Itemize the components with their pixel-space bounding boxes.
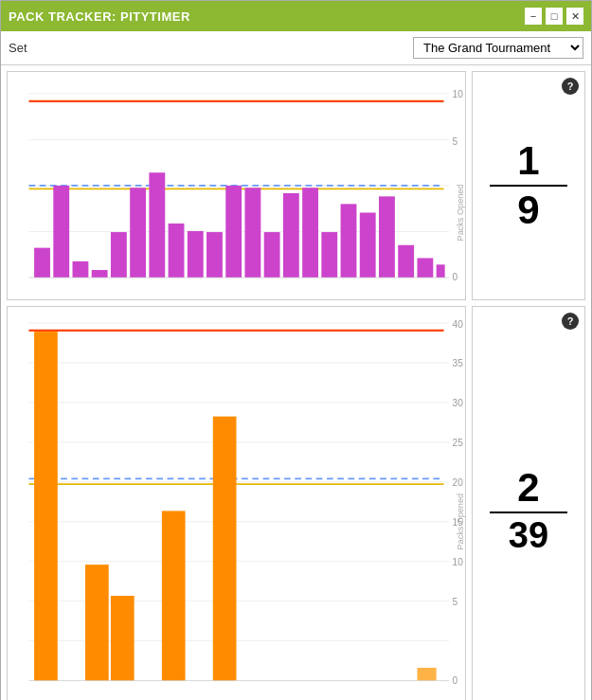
set-bar: Set The Grand Tournament Standard Classi… <box>1 31 591 65</box>
svg-rect-15 <box>92 270 108 278</box>
svg-rect-19 <box>169 224 185 278</box>
svg-text:Packs Opened: Packs Opened <box>456 185 465 242</box>
svg-text:0: 0 <box>453 272 458 282</box>
svg-rect-60 <box>85 565 109 680</box>
svg-text:40: 40 <box>453 318 464 329</box>
svg-rect-17 <box>130 188 146 278</box>
top-numerator: 1 <box>517 141 539 181</box>
window-controls: − □ ✕ <box>525 8 583 25</box>
top-chart-svg: 10 5 0 <box>8 72 465 299</box>
svg-rect-24 <box>264 232 280 278</box>
bottom-chart-container: 40 35 30 25 20 15 10 5 0 <box>7 306 466 700</box>
svg-rect-13 <box>53 186 69 278</box>
top-fraction-line <box>490 185 568 187</box>
svg-text:5: 5 <box>453 597 458 607</box>
main-content: 10 5 0 <box>1 65 591 700</box>
svg-text:20: 20 <box>453 477 464 488</box>
svg-rect-21 <box>206 232 223 278</box>
svg-text:5: 5 <box>453 135 458 146</box>
svg-rect-26 <box>302 188 318 278</box>
svg-text:25: 25 <box>453 438 464 448</box>
svg-rect-28 <box>341 204 357 278</box>
svg-rect-16 <box>111 232 127 278</box>
bottom-numerator: 2 <box>517 468 539 508</box>
svg-text:10: 10 <box>453 557 464 567</box>
svg-rect-64 <box>417 668 436 681</box>
svg-rect-61 <box>111 596 135 681</box>
svg-rect-14 <box>73 261 89 278</box>
top-chart-container: 10 5 0 <box>7 71 466 300</box>
svg-rect-18 <box>149 172 165 278</box>
svg-rect-27 <box>321 232 337 278</box>
svg-rect-63 <box>213 417 237 681</box>
svg-rect-25 <box>283 193 299 278</box>
bottom-denominator: 39 <box>509 517 548 553</box>
bottom-fraction-line <box>490 512 568 513</box>
set-label: Set <box>9 41 27 55</box>
bottom-fraction-box: ? 2 39 <box>472 306 585 700</box>
top-denominator: 9 <box>517 190 539 230</box>
svg-rect-33 <box>437 264 445 278</box>
top-fraction-box: ? 1 9 <box>472 71 585 300</box>
set-dropdown[interactable]: The Grand Tournament Standard Classic <box>413 37 583 59</box>
top-row: 10 5 0 <box>7 71 585 300</box>
svg-rect-62 <box>162 511 186 680</box>
window-title: PACK TRACKER: PITYTIMER <box>9 9 190 24</box>
svg-rect-12 <box>34 248 50 278</box>
svg-text:Packs Opened: Packs Opened <box>456 494 465 549</box>
svg-text:10: 10 <box>453 89 464 99</box>
svg-rect-31 <box>398 245 414 278</box>
svg-text:30: 30 <box>453 398 464 408</box>
bottom-row: 40 35 30 25 20 15 10 5 0 <box>7 306 585 700</box>
bottom-help-icon[interactable]: ? <box>562 313 579 330</box>
close-button[interactable]: ✕ <box>566 8 583 25</box>
top-help-icon[interactable]: ? <box>562 78 579 95</box>
maximize-button[interactable]: □ <box>546 8 563 25</box>
minimize-button[interactable]: − <box>525 8 542 25</box>
svg-rect-23 <box>244 188 260 278</box>
svg-rect-29 <box>360 212 376 278</box>
bottom-chart-svg: 40 35 30 25 20 15 10 5 0 <box>8 307 465 700</box>
svg-rect-59 <box>34 332 58 680</box>
title-bar: PACK TRACKER: PITYTIMER − □ ✕ <box>1 1 591 31</box>
svg-text:0: 0 <box>453 675 458 686</box>
svg-text:35: 35 <box>453 358 464 368</box>
svg-rect-32 <box>417 258 433 278</box>
main-window: PACK TRACKER: PITYTIMER − □ ✕ Set The Gr… <box>0 0 592 700</box>
svg-rect-30 <box>379 196 395 278</box>
svg-rect-22 <box>225 186 242 278</box>
svg-rect-20 <box>188 231 204 278</box>
